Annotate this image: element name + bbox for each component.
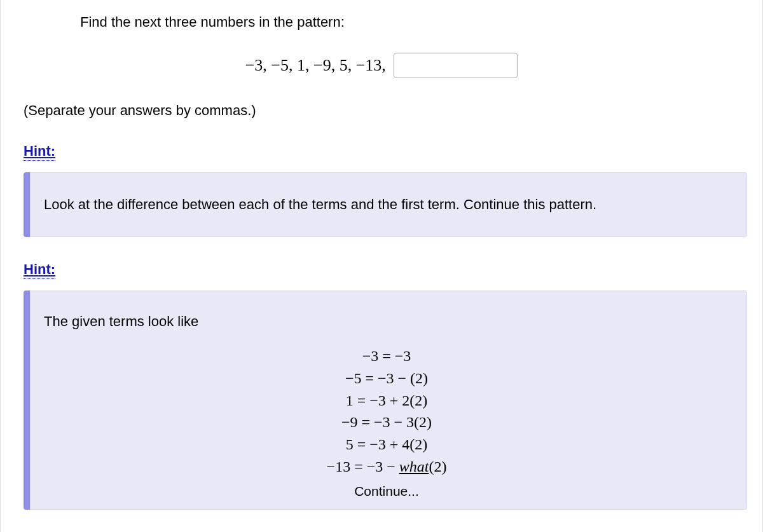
answer-input[interactable]	[394, 53, 518, 78]
sequence-text: −3, −5, 1, −9, 5, −13,	[245, 56, 386, 75]
hint-box-1: Look at the difference between each of t…	[24, 172, 747, 237]
eq-last-what: what	[399, 458, 429, 475]
equation-row: −9 = −3 − 3(2)	[44, 411, 729, 433]
hint-label-1[interactable]: Hint:	[24, 143, 55, 161]
equation-row: 5 = −3 + 4(2)	[44, 433, 729, 456]
equation-block: −3 = −3 −5 = −3 − (2) 1 = −3 + 2(2) −9 =…	[44, 345, 729, 501]
question-prompt: Find the next three numbers in the patte…	[1, 0, 762, 31]
hint-box-2: The given terms look like −3 = −3 −5 = −…	[24, 290, 747, 510]
equation-row: −3 = −3	[44, 345, 729, 367]
sequence-line: −3, −5, 1, −9, 5, −13,	[1, 53, 762, 78]
equation-row: 1 = −3 + 2(2)	[44, 390, 729, 412]
hint-body-1: Look at the difference between each of t…	[44, 196, 596, 212]
equation-row-last: −13 = −3 − what(2)	[44, 456, 729, 478]
hint-intro-2: The given terms look like	[44, 313, 729, 330]
problem-container: Find the next three numbers in the patte…	[0, 0, 763, 532]
separate-note: (Separate your answers by commas.)	[1, 102, 762, 119]
eq-last-suffix: (2)	[429, 458, 446, 475]
equation-row: −5 = −3 − (2)	[44, 367, 729, 390]
hint-label-2[interactable]: Hint:	[24, 261, 55, 279]
eq-last-prefix: −13 = −3 −	[327, 458, 399, 475]
continue-text: Continue...	[44, 482, 729, 501]
